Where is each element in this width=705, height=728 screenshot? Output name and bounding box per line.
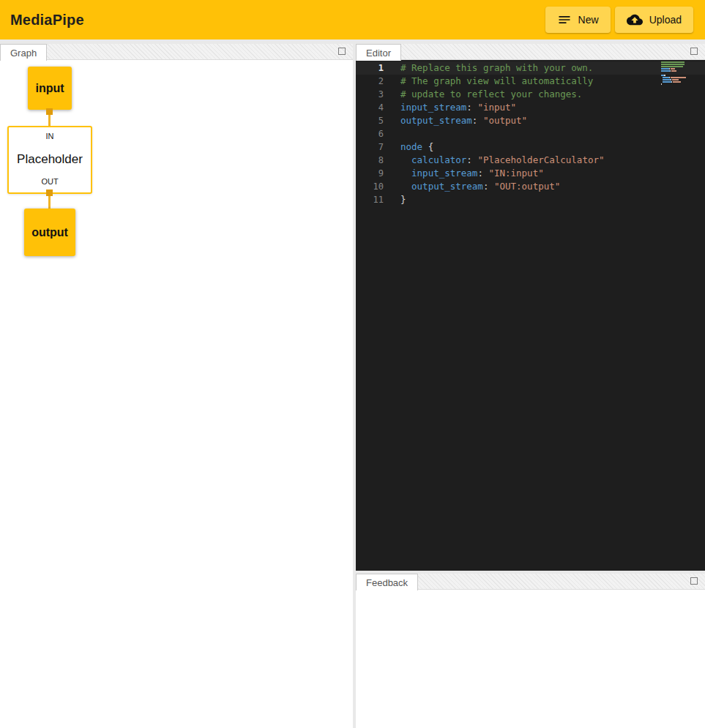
minimap-line xyxy=(661,81,690,83)
minimap-line xyxy=(661,61,690,63)
new-button-label: New xyxy=(578,14,599,26)
code-text: # update to reflect your changes. xyxy=(400,88,582,101)
code-line: 7node { xyxy=(356,140,705,154)
graph-canvas[interactable]: input IN Placeholder OUT output xyxy=(0,60,353,728)
code-line: 9 input_stream: "IN:input" xyxy=(356,167,705,180)
graph-node-input[interactable]: input xyxy=(28,67,72,110)
app-title: MediaPipe xyxy=(10,12,84,29)
minimap-line xyxy=(661,68,690,70)
code-line: 11} xyxy=(356,193,705,206)
code-text: input_stream: "input" xyxy=(400,101,516,114)
mediapipe-visualizer: MediaPipe New Upload xyxy=(0,0,705,728)
tab-graph[interactable]: Graph xyxy=(0,44,47,61)
workspace: Graph input IN Placeholder OUT o xyxy=(0,40,705,728)
minimap-line xyxy=(661,64,690,65)
tab-feedback[interactable]: Feedback xyxy=(356,574,418,590)
notes-icon xyxy=(557,12,572,27)
code-lines[interactable]: 1# Replace this graph with your own.2# T… xyxy=(356,60,705,571)
line-number: 6 xyxy=(356,127,384,140)
minimap-line xyxy=(661,83,690,85)
minimap-line xyxy=(661,66,690,67)
new-button[interactable]: New xyxy=(545,7,611,33)
code-line: 6 xyxy=(356,127,705,140)
cloud-upload-icon xyxy=(627,12,643,28)
line-number: 9 xyxy=(356,167,384,180)
feedback-panel-header: Feedback xyxy=(356,574,705,590)
graph-node-output-label: output xyxy=(31,226,68,239)
feedback-content xyxy=(356,590,705,728)
line-number: 3 xyxy=(356,88,384,101)
minimap-line xyxy=(661,70,690,72)
tab-editor-label: Editor xyxy=(366,48,391,59)
line-number: 11 xyxy=(356,193,384,206)
code-line: 4input_stream: "input" xyxy=(356,101,705,114)
code-text: node { xyxy=(400,140,433,154)
line-number: 4 xyxy=(356,101,384,114)
placeholder-node-title: Placeholder xyxy=(17,153,83,165)
graph-panel: Graph input IN Placeholder OUT o xyxy=(0,44,353,728)
line-number: 7 xyxy=(356,140,384,154)
code-line: 2# The graph view will automatically xyxy=(356,75,705,88)
graph-maximize-icon[interactable] xyxy=(338,48,346,55)
upload-button-label: Upload xyxy=(649,14,682,26)
graph-node-output[interactable]: output xyxy=(24,209,75,256)
minimap-line xyxy=(661,72,690,74)
editor-panel: Editor 1# Replace this graph with your o… xyxy=(356,44,705,571)
line-number: 2 xyxy=(356,75,384,88)
code-text: output_stream: "output" xyxy=(400,114,527,127)
code-text: # The graph view will automatically xyxy=(400,75,593,88)
line-number: 10 xyxy=(356,180,384,193)
line-number: 1 xyxy=(356,61,384,75)
code-line: 3# update to reflect your changes. xyxy=(356,88,705,101)
tab-feedback-label: Feedback xyxy=(366,577,408,588)
code-text: calculator: "PlaceholderCalculator" xyxy=(400,154,604,167)
code-text: # Replace this graph with your own. xyxy=(400,61,593,75)
placeholder-out-port-label: OUT xyxy=(41,178,58,186)
code-line: 8 calculator: "PlaceholderCalculator" xyxy=(356,154,705,167)
editor-maximize-icon[interactable] xyxy=(690,48,698,55)
upload-button[interactable]: Upload xyxy=(615,7,693,33)
output-stream-port-icon xyxy=(46,189,53,196)
line-number: 8 xyxy=(356,154,384,167)
line-number: 5 xyxy=(356,114,384,127)
feedback-maximize-icon[interactable] xyxy=(690,577,698,585)
editor-panel-header: Editor xyxy=(356,44,705,60)
app-header: MediaPipe New Upload xyxy=(0,0,705,40)
minimap-line xyxy=(661,79,690,80)
placeholder-in-port-label: IN xyxy=(46,132,54,140)
tab-editor[interactable]: Editor xyxy=(356,44,401,61)
code-line: 10 output_stream: "OUT:output" xyxy=(356,180,705,193)
header-actions: New Upload xyxy=(545,7,695,33)
tab-graph-label: Graph xyxy=(10,48,37,59)
code-text: output_stream: "OUT:output" xyxy=(400,180,560,193)
minimap-line xyxy=(661,75,690,76)
minimap[interactable] xyxy=(661,61,690,86)
code-line: 1# Replace this graph with your own. xyxy=(356,61,705,75)
graph-node-input-label: input xyxy=(35,82,64,95)
feedback-panel: Feedback xyxy=(356,574,705,728)
code-text: input_stream: "IN:input" xyxy=(400,167,544,180)
minimap-line xyxy=(661,77,690,78)
code-line: 5output_stream: "output" xyxy=(356,114,705,127)
code-text: } xyxy=(400,193,406,206)
graph-panel-header: Graph xyxy=(0,44,353,60)
code-editor[interactable]: 1# Replace this graph with your own.2# T… xyxy=(356,60,705,571)
graph-node-placeholder[interactable]: IN Placeholder OUT xyxy=(7,126,92,194)
input-stream-port-icon xyxy=(46,108,53,115)
